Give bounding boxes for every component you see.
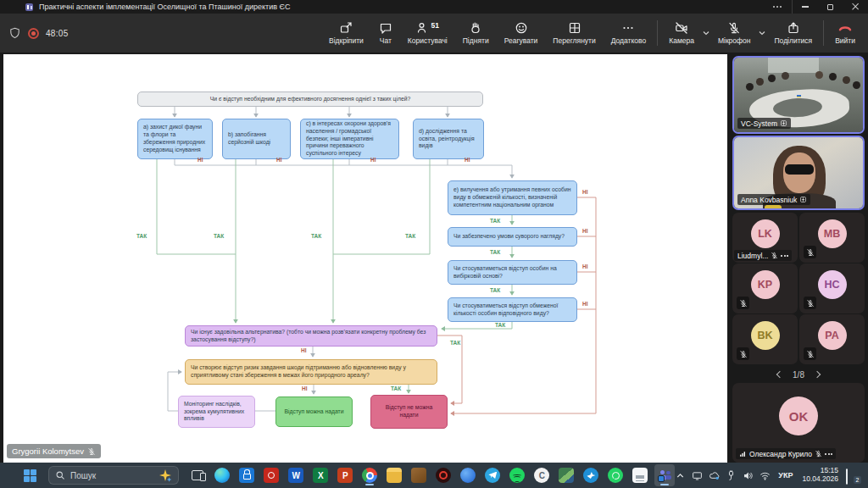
app-red-ring-icon — [436, 468, 451, 483]
notification-count-badge: 2 — [854, 476, 861, 484]
chrome-app[interactable] — [359, 464, 380, 486]
camera-options-chevron[interactable] — [702, 14, 710, 52]
search-box[interactable]: Пошук — [48, 466, 179, 485]
react-button[interactable]: Реагувати — [497, 14, 546, 52]
mic-button[interactable]: Мікрофон — [710, 14, 759, 52]
edge-app[interactable] — [212, 464, 232, 486]
mic-off-badge — [804, 347, 816, 360]
tile-more-icon[interactable] — [825, 453, 832, 455]
task-view-button[interactable] — [187, 464, 208, 486]
excel-glyph: X — [318, 471, 324, 480]
participant-tile-pa[interactable]: PA — [799, 314, 865, 364]
video-tile-anna[interactable]: Anna Kovbasniuk — [732, 136, 865, 210]
whatsapp-app[interactable] — [605, 464, 626, 486]
telegram-app[interactable] — [482, 464, 503, 486]
no-label: НІ — [302, 385, 308, 391]
system-tray: УКР 15:15 10.04.2026 2 — [675, 467, 868, 484]
toolbar-divider — [823, 20, 824, 46]
brown-app[interactable] — [409, 464, 429, 486]
no-label: НІ — [301, 347, 307, 353]
minimize-button[interactable] — [792, 0, 817, 14]
store-app[interactable] — [236, 464, 257, 486]
search-placeholder: Пошук — [70, 471, 96, 480]
teams-icon — [657, 468, 672, 483]
cast-device-icon[interactable] — [692, 470, 703, 481]
pager-next-chevron[interactable] — [814, 371, 821, 378]
notepad-icon — [632, 468, 648, 483]
blue-app[interactable] — [458, 464, 478, 486]
participant-tile-lk[interactable]: LK Liudmyl... — [732, 213, 798, 263]
leave-button[interactable]: Вийти — [827, 14, 863, 52]
taskbar-apps: W X P C — [187, 464, 675, 486]
participants-button[interactable]: 51 Користувачі — [400, 14, 455, 52]
notepad-app[interactable] — [630, 464, 650, 486]
snap-photo-icon — [559, 468, 574, 483]
usb-device-icon[interactable] — [726, 470, 737, 481]
flow-box-risk: Чи створює відступ ризик завдання шкоди … — [185, 359, 437, 385]
notification-center[interactable]: 2 — [846, 469, 860, 481]
unpin-button[interactable]: Відкріпити — [321, 14, 371, 52]
notification-icon — [846, 469, 848, 485]
yes-label: ТАК — [311, 233, 321, 239]
powerpoint-app[interactable]: P — [335, 464, 355, 486]
participant-tile-bk[interactable]: BK — [732, 314, 798, 364]
tile-name: VC-System — [741, 119, 777, 128]
participant-tile-mb[interactable]: MB — [799, 213, 865, 263]
camera-button[interactable]: Камера — [661, 14, 702, 52]
start-button[interactable] — [24, 469, 36, 482]
tray-clock[interactable]: 15:15 10.04.2026 — [802, 467, 838, 484]
security-shield-icon[interactable] — [8, 26, 21, 40]
c-app[interactable]: C — [531, 464, 552, 486]
task-view-icon — [192, 470, 203, 480]
avatar: LK — [751, 219, 780, 248]
app-brown-icon — [411, 468, 426, 483]
no-label: НІ — [370, 157, 376, 163]
close-button[interactable] — [843, 0, 868, 14]
video-tile-vc-system[interactable]: VC-System — [732, 56, 865, 134]
teams-app[interactable] — [654, 464, 675, 486]
more-button[interactable]: Додатково — [604, 14, 654, 52]
wifi-icon[interactable] — [760, 470, 771, 481]
pager-prev-chevron[interactable] — [776, 371, 783, 378]
meeting-app-icon — [25, 3, 33, 11]
tile-name-pill: Олександр Курило — [736, 448, 836, 459]
acrobat-app[interactable] — [261, 464, 281, 486]
red-ring-app[interactable] — [433, 464, 453, 486]
yes-label: ТАК — [490, 287, 500, 293]
recording-indicator-icon[interactable] — [28, 28, 39, 39]
mic-off-badge — [737, 297, 749, 309]
word-app[interactable]: W — [286, 464, 306, 486]
participant-tile-ok[interactable]: OK Олександр Курило — [732, 383, 865, 463]
bird-app[interactable] — [581, 464, 601, 486]
share-button[interactable]: Поділитися — [766, 14, 820, 52]
tile-name-pill: Anna Kovbasniuk — [737, 194, 810, 205]
c-glyph: C — [539, 471, 545, 480]
tray-chevron-up-icon[interactable] — [675, 470, 686, 481]
participant-tile-kp[interactable]: KP — [732, 263, 798, 313]
excel-app[interactable]: X — [310, 464, 331, 486]
window-more-icon[interactable] — [763, 0, 792, 14]
snap-app[interactable] — [556, 464, 576, 486]
chrome-icon — [362, 468, 377, 483]
speaker-icon[interactable] — [743, 470, 754, 481]
mic-off-badge — [804, 246, 816, 258]
participant-tile-hc[interactable]: HC — [799, 263, 865, 313]
chat-button[interactable]: Чат — [371, 14, 400, 52]
maximize-button[interactable] — [817, 0, 843, 14]
onedrive-cloud-icon[interactable] — [709, 470, 720, 481]
search-icon — [55, 470, 65, 480]
file-explorer-app[interactable] — [384, 464, 404, 486]
excel-icon: X — [313, 468, 328, 483]
spotify-app[interactable] — [507, 464, 527, 486]
tile-more-icon[interactable] — [781, 255, 788, 257]
whatsapp-icon — [608, 468, 623, 483]
flowchart-connectors — [3, 54, 727, 463]
flow-box-objective-a: а) захист дикої фауни та флори та збереж… — [137, 119, 213, 159]
mic-options-chevron[interactable] — [758, 14, 766, 52]
view-button[interactable]: Переглянути — [545, 14, 603, 52]
mic-off-badge — [737, 347, 749, 360]
no-label: НІ — [582, 263, 588, 269]
language-indicator[interactable]: УКР — [778, 471, 793, 480]
raise-hand-button[interactable]: Підняти — [455, 14, 497, 52]
powerpoint-icon: P — [337, 468, 353, 483]
